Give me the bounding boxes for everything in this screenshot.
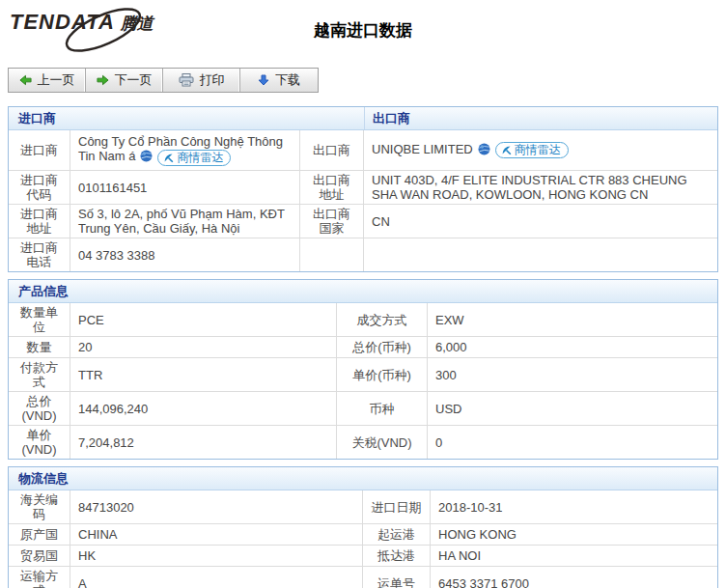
page-header: TENDATA腾道 越南进口数据 (0, 0, 726, 66)
total-price-vnd: 144,096,240 (70, 392, 337, 426)
table-row: 进口商代码 0101161451 出口商地址 UNIT 403D, 4/F EL… (9, 171, 717, 205)
field-label: 原产国 (9, 524, 70, 546)
business-radar-label: 商情雷达 (177, 151, 223, 165)
field-label: 起运港 (363, 524, 431, 546)
field-label: 运输方式 (9, 567, 70, 588)
transport-mode: A (70, 567, 363, 588)
tariff-vnd: 0 (428, 426, 717, 459)
importer-code: 0101161451 (70, 171, 300, 205)
quantity-unit: PCE (70, 303, 337, 337)
prev-page-button[interactable]: 上一页 (9, 69, 86, 92)
currency: USD (428, 392, 717, 426)
importer-address: Số 3, lô 2A, phố Vũ Phạm Hàm, KĐT Trung … (70, 205, 300, 238)
table-row: 海关编码 84713020 进口日期 2018-10-31 (9, 490, 717, 524)
table-row: 数量单位 PCE 成交方式 EXW (9, 303, 717, 337)
table-row: 单价(VND) 7,204,812 关税(VND) 0 (9, 426, 717, 459)
field-label: 出口商国家 (300, 205, 364, 238)
arrow-right-icon (97, 74, 109, 86)
product-info-section: 产品信息 数量单位 PCE 成交方式 EXW 数量 20 总价(币种) 6,00… (8, 279, 718, 460)
waybill-number: 6453 3371 6700 (431, 567, 717, 588)
field-label: 海关编码 (9, 490, 70, 524)
arrow-down-icon (258, 74, 269, 86)
next-page-label: 下一页 (115, 71, 153, 89)
table-row: 进口商地址 Số 3, lô 2A, phố Vũ Phạm Hàm, KĐT … (9, 205, 717, 238)
globe-icon[interactable] (140, 150, 153, 162)
field-label: 总价(币种) (337, 337, 428, 358)
field-label: 出口商地址 (300, 171, 364, 205)
download-button[interactable]: 下载 (240, 69, 318, 92)
table-row: 贸易国 HK 抵达港 HA NOI (9, 546, 717, 567)
logo-text: TENDATA (10, 10, 115, 34)
table-row: 总价(VND) 144,096,240 币种 USD (9, 392, 717, 426)
field-label: 币种 (337, 392, 428, 426)
table-row: 数量 20 总价(币种) 6,000 (9, 337, 717, 358)
field-label: 进口商代码 (9, 171, 70, 205)
field-label: 关税(VND) (337, 426, 428, 459)
logistics-info-header: 物流信息 (9, 467, 717, 490)
importer-name-cell: Công Ty Cổ Phần Công Nghệ Thông Tin Nam … (70, 130, 300, 171)
vietnam-import-detail-page: TENDATA腾道 越南进口数据 上一页 下一页 (0, 0, 726, 588)
importer-exporter-section: 进口商 出口商 进口商 Công Ty Cổ Phần Công Nghệ Th… (8, 106, 718, 272)
payment-method: TTR (70, 358, 337, 392)
field-label: 付款方式 (9, 358, 70, 392)
trade-terms: EXW (428, 303, 717, 337)
print-button[interactable]: 打印 (163, 69, 240, 92)
exporter-section-title: 出口商 (364, 107, 717, 129)
field-label: 进口商 (9, 130, 70, 171)
unit-price-currency: 300 (428, 358, 717, 392)
table-row: 进口商电话 04 3783 3388 (9, 238, 717, 271)
hs-code: 84713020 (70, 490, 363, 524)
printer-icon (179, 73, 194, 87)
product-info-table: 数量单位 PCE 成交方式 EXW 数量 20 总价(币种) 6,000 付款方… (9, 303, 717, 459)
field-label: 运单号 (363, 567, 431, 588)
quantity: 20 (70, 337, 337, 358)
departure-port: HONG KONG (431, 524, 717, 546)
radar-dish-icon (501, 145, 512, 155)
empty-cell (364, 238, 717, 271)
table-row: 原产国 CHINA 起运港 HONG KONG (9, 524, 717, 546)
logistics-info-table: 海关编码 84713020 进口日期 2018-10-31 原产国 CHINA … (9, 490, 717, 588)
field-label: 单价(币种) (337, 358, 428, 392)
exporter-country: CN (364, 205, 717, 238)
field-label: 进口商地址 (9, 205, 70, 238)
total-price-currency: 6,000 (428, 337, 717, 358)
next-page-button[interactable]: 下一页 (86, 69, 163, 92)
radar-dish-icon (163, 153, 174, 163)
table-row: 运输方式 A 运单号 6453 3371 6700 (9, 567, 717, 588)
trade-country: HK (70, 546, 363, 567)
print-label: 打印 (200, 71, 225, 89)
table-row: 付款方式 TTR 单价(币种) 300 (9, 358, 717, 392)
importer-exporter-table: 进口商 Công Ty Cổ Phần Công Nghệ Thông Tin … (9, 130, 717, 271)
origin-country: CHINA (70, 524, 363, 546)
toolbar: 上一页 下一页 打印 下载 (8, 68, 319, 93)
importer-exporter-header: 进口商 出口商 (9, 107, 717, 130)
field-label: 成交方式 (337, 303, 428, 337)
field-label: 数量 (9, 337, 70, 358)
exporter-name: UNIQBE LIMITED (372, 142, 473, 156)
arrival-port: HA NOI (431, 546, 717, 567)
field-label: 数量单位 (9, 303, 70, 337)
table-row: 进口商 Công Ty Cổ Phần Công Nghệ Thông Tin … (9, 130, 717, 171)
prev-page-label: 上一页 (38, 71, 75, 89)
import-date: 2018-10-31 (431, 490, 717, 524)
business-radar-label: 商情雷达 (515, 143, 561, 157)
product-info-header: 产品信息 (9, 280, 717, 303)
field-label: 进口商电话 (9, 238, 70, 271)
logistics-info-section: 物流信息 海关编码 84713020 进口日期 2018-10-31 原产国 C… (8, 466, 718, 588)
unit-price-vnd: 7,204,812 (70, 426, 337, 459)
globe-icon[interactable] (478, 143, 490, 155)
field-label: 抵达港 (363, 546, 431, 567)
exporter-address: UNIT 403D, 4/F ELITE INDUSTRIAL CTR 883 … (364, 171, 717, 205)
field-label: 单价(VND) (9, 426, 70, 459)
field-label: 总价(VND) (9, 392, 70, 426)
download-label: 下载 (275, 71, 300, 89)
importer-phone: 04 3783 3388 (70, 238, 300, 271)
field-label: 出口商 (300, 130, 364, 171)
field-label: 贸易国 (9, 546, 70, 567)
business-radar-badge[interactable]: 商情雷达 (495, 142, 569, 158)
field-label: 进口日期 (363, 490, 431, 524)
exporter-name-cell: UNIQBE LIMITED商情雷达 (364, 130, 717, 171)
business-radar-badge[interactable]: 商情雷达 (157, 150, 231, 166)
arrow-left-icon (19, 74, 32, 86)
field-label (300, 238, 364, 271)
